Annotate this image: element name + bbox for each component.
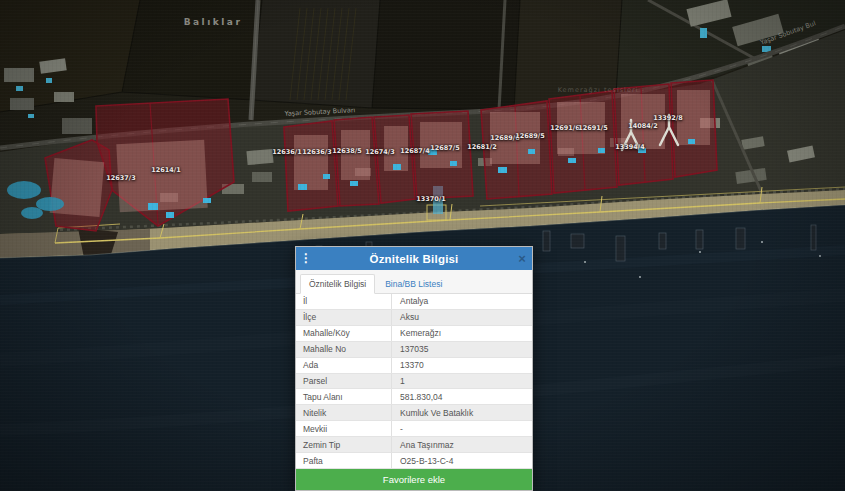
table-row: Mevkii- <box>296 421 532 437</box>
tab-0[interactable]: Öznitelik Bilgisi <box>300 274 375 294</box>
table-row: Mahalle/KöyKemerağzı <box>296 326 532 342</box>
row-label: Mahalle/Köy <box>296 326 392 341</box>
table-row: PaftaO25-B-13-C-4 <box>296 453 532 469</box>
table-row: NitelikKumluk Ve Bataklık <box>296 405 532 421</box>
row-value: Kumluk Ve Bataklık <box>392 405 532 420</box>
table-row: Zemin TipAna Taşınmaz <box>296 437 532 453</box>
row-value: Ana Taşınmaz <box>392 437 532 452</box>
row-label: Parsel <box>296 374 392 389</box>
row-label: Zemin Tip <box>296 437 392 452</box>
tab-bar: Öznitelik BilgisiBina/BB Listesi <box>296 270 532 294</box>
row-value: O25-B-13-C-4 <box>392 453 532 468</box>
map-viewport: BalıklarKemerağzı tesisleriYaşar Sobutay… <box>0 0 845 491</box>
row-label: Pafta <box>296 453 392 468</box>
tab-1[interactable]: Bina/BB Listesi <box>377 275 450 293</box>
row-label: Nitelik <box>296 405 392 420</box>
table-row: Ada13370 <box>296 358 532 374</box>
attribute-table: İlAntalyaİlçeAksuMahalle/KöyKemerağzıMah… <box>296 294 532 469</box>
row-value: 1 <box>392 374 532 389</box>
row-label: İlçe <box>296 310 392 325</box>
table-row: Mahalle No137035 <box>296 342 532 358</box>
dialog-title: Öznitelik Bilgisi <box>316 253 512 265</box>
row-value: Aksu <box>392 310 532 325</box>
row-label: İl <box>296 294 392 309</box>
row-label: Mevkii <box>296 421 392 436</box>
row-value: Kemerağzı <box>392 326 532 341</box>
add-to-favorites-button[interactable]: Favorilere ekle <box>296 469 532 490</box>
row-label: Tapu Alanı <box>296 389 392 404</box>
dialog-header: ⋮ Öznitelik Bilgisi × <box>296 247 532 270</box>
row-value: 581.830,04 <box>392 389 532 404</box>
row-label: Ada <box>296 358 392 373</box>
attribute-dialog: ⋮ Öznitelik Bilgisi × Öznitelik BilgisiB… <box>295 246 533 491</box>
table-row: İlçeAksu <box>296 310 532 326</box>
row-label: Mahalle No <box>296 342 392 357</box>
row-value: - <box>392 421 532 436</box>
row-value: 137035 <box>392 342 532 357</box>
table-row: Tapu Alanı581.830,04 <box>296 389 532 405</box>
close-icon[interactable]: × <box>512 247 532 270</box>
row-value: Antalya <box>392 294 532 309</box>
kebab-menu-icon[interactable]: ⋮ <box>296 247 316 270</box>
row-value: 13370 <box>392 358 532 373</box>
table-row: Parsel1 <box>296 374 532 390</box>
table-row: İlAntalya <box>296 294 532 310</box>
